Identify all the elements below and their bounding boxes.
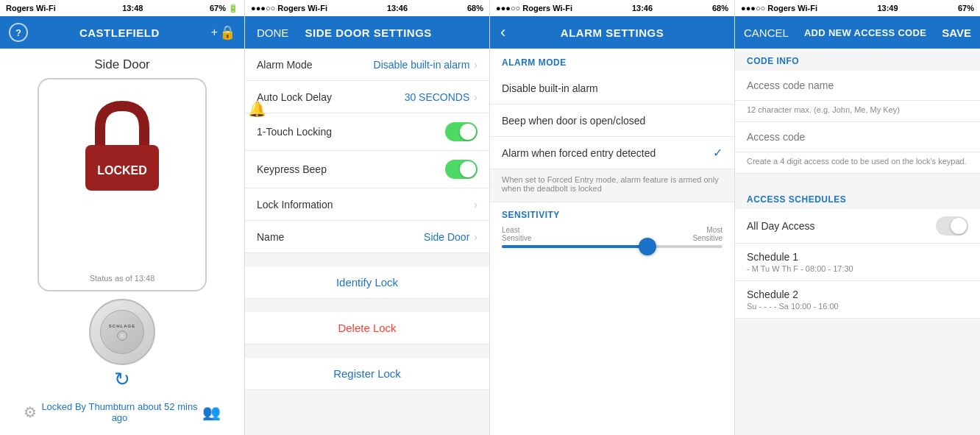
schlage-knob: SCHLAGE bbox=[89, 299, 155, 365]
battery-3: 68% bbox=[712, 4, 728, 13]
alarm-option-1[interactable]: Beep when door is open/closed bbox=[490, 105, 734, 137]
status-bar-4: ●●●○○ Rogers Wi-Fi 13:49 67% bbox=[735, 0, 980, 16]
keypress-beep-setting[interactable]: Keypress Beep bbox=[245, 151, 489, 188]
alarm-option-0[interactable]: Disable built-in alarm bbox=[490, 72, 734, 105]
auto-lock-label: Auto Lock Delay bbox=[257, 91, 405, 103]
status-bar-2: ●●●○○ Rogers Wi-Fi 13:46 68% bbox=[245, 0, 489, 16]
code-info-header: CODE INFO bbox=[735, 49, 980, 71]
name-setting[interactable]: Name Side Door › bbox=[245, 221, 489, 253]
battery-1: 67% 🔋 bbox=[210, 4, 238, 13]
access-code-hint: Create a 4 digit access code to be used … bbox=[735, 152, 980, 174]
bell-icon[interactable]: 🔔 bbox=[248, 100, 266, 118]
lock-graphic: LOCKED bbox=[71, 91, 174, 202]
lock-information-setting[interactable]: Lock Information › bbox=[245, 188, 489, 221]
delete-lock-button[interactable]: Delete Lock bbox=[245, 312, 489, 344]
sensitivity-header: SENSITIVITY bbox=[502, 210, 722, 220]
lock-status-timestamp: Status as of 13:48 bbox=[90, 274, 155, 283]
time-2: 13:46 bbox=[387, 4, 408, 13]
sensitivity-min-label: LeastSensitive bbox=[502, 226, 532, 242]
help-button[interactable]: ? bbox=[9, 23, 28, 42]
access-code-input[interactable] bbox=[735, 122, 980, 152]
refresh-button[interactable]: ↻ bbox=[114, 368, 130, 391]
schedule-2-content: Schedule 2 Su - - - - Sa 10:00 - 16:00 bbox=[747, 289, 968, 311]
schedule-1-item[interactable]: Schedule 1 - M Tu W Th F - 08:00 - 17:30 bbox=[735, 244, 980, 281]
panel3-title: ALARM SETTINGS bbox=[561, 26, 664, 39]
cancel-button[interactable]: CANCEL bbox=[744, 26, 789, 39]
schedule-2-subtitle: Su - - - - Sa 10:00 - 16:00 bbox=[747, 302, 968, 311]
carrier-2: ●●●○○ Rogers Wi-Fi bbox=[251, 4, 327, 13]
settings-list: Alarm Mode Disable built-in alarm › Auto… bbox=[245, 49, 489, 253]
access-schedules-section: ACCESS SCHEDULES All Day Access Schedule… bbox=[735, 187, 980, 319]
all-day-access-item[interactable]: All Day Access bbox=[735, 209, 980, 244]
one-touch-locking-setting[interactable]: 1-Touch Locking bbox=[245, 113, 489, 151]
register-lock-button[interactable]: Register Lock bbox=[245, 358, 489, 390]
save-button[interactable]: SAVE bbox=[942, 26, 971, 39]
time-4: 13:49 bbox=[877, 4, 898, 13]
schlage-brand-label: SCHLAGE bbox=[100, 310, 144, 354]
lock-info-bar: ⚙ Locked By Thumbturn about 52 mins ago … bbox=[12, 401, 232, 423]
battery-2: 68% bbox=[467, 4, 483, 13]
panel-add-access-code: ●●●○○ Rogers Wi-Fi 13:49 67% CANCEL ADD … bbox=[735, 0, 980, 435]
alarm-mode-header: ALARM MODE bbox=[490, 49, 734, 72]
panel4-header: CANCEL ADD NEW ACCESS CODE SAVE bbox=[735, 16, 980, 49]
code-info-section: CODE INFO 12 character max. (e.g. John, … bbox=[735, 49, 980, 174]
alarm-option-2-label: Alarm when forced entry detected bbox=[502, 147, 713, 159]
lock-info-text: Locked By Thumbturn about 52 mins ago bbox=[37, 401, 202, 423]
alarm-mode-label: Alarm Mode bbox=[257, 59, 374, 71]
all-day-access-content: All Day Access bbox=[747, 220, 936, 232]
panel2-header: DONE SIDE DOOR SETTINGS bbox=[245, 16, 489, 49]
schedule-1-title: Schedule 1 bbox=[747, 251, 968, 263]
panel-alarm-settings: ●●●○○ Rogers Wi-Fi 13:46 68% ‹ ALARM SET… bbox=[490, 0, 735, 435]
keypress-beep-label: Keypress Beep bbox=[257, 163, 445, 175]
schedule-1-subtitle: - M Tu W Th F - 08:00 - 17:30 bbox=[747, 264, 968, 273]
keypress-beep-toggle[interactable] bbox=[445, 160, 477, 179]
alarm-option-2[interactable]: Alarm when forced entry detected ✓ bbox=[490, 137, 734, 169]
chevron-right-icon-1: › bbox=[474, 91, 477, 103]
panel1-header: ? CASTLEFIELD + 🔒 bbox=[0, 16, 244, 49]
schedule-1-content: Schedule 1 - M Tu W Th F - 08:00 - 17:30 bbox=[747, 251, 968, 273]
lock-svg-icon: LOCKED bbox=[74, 95, 170, 198]
schedule-2-item[interactable]: Schedule 2 Su - - - - Sa 10:00 - 16:00 bbox=[735, 281, 980, 319]
register-lock-label: Register Lock bbox=[333, 367, 401, 380]
carrier-4: ●●●○○ Rogers Wi-Fi bbox=[741, 4, 817, 13]
alarm-mode-setting[interactable]: Alarm Mode Disable built-in alarm › bbox=[245, 49, 489, 81]
slider-fill bbox=[502, 245, 645, 248]
identify-lock-label: Identify Lock bbox=[336, 276, 398, 289]
battery-4: 67% bbox=[958, 4, 974, 13]
done-button[interactable]: DONE bbox=[257, 26, 288, 39]
auto-lock-value: 30 SECONDS bbox=[405, 91, 470, 103]
add-lock-button[interactable]: + 🔒 bbox=[211, 24, 235, 40]
identify-lock-button[interactable]: Identify Lock bbox=[245, 266, 489, 299]
one-touch-toggle[interactable] bbox=[445, 122, 477, 141]
alarm-option-0-label: Disable built-in alarm bbox=[502, 82, 722, 94]
sensitivity-section: SENSITIVITY LeastSensitive MostSensitive bbox=[490, 202, 734, 255]
chevron-right-icon-0: › bbox=[474, 59, 477, 71]
alarm-note: When set to Forced Entry mode, alarm fea… bbox=[490, 169, 734, 202]
auto-lock-delay-setting[interactable]: Auto Lock Delay 30 SECONDS › bbox=[245, 81, 489, 113]
panel4-title: ADD NEW ACCESS CODE bbox=[804, 27, 926, 38]
name-label: Name bbox=[257, 231, 424, 243]
people-icon[interactable]: 👥 bbox=[202, 403, 221, 421]
sensitivity-max-label: MostSensitive bbox=[692, 226, 722, 242]
slider-thumb[interactable] bbox=[639, 238, 656, 255]
gear-icon[interactable]: ⚙ bbox=[24, 403, 37, 421]
delete-lock-label: Delete Lock bbox=[338, 322, 396, 334]
chevron-right-icon-4: › bbox=[474, 199, 477, 211]
one-touch-label: 1-Touch Locking bbox=[257, 126, 445, 138]
all-day-toggle[interactable] bbox=[936, 216, 968, 236]
lock-information-label: Lock Information bbox=[257, 199, 474, 211]
panel2-header-spacer bbox=[448, 16, 477, 49]
schedule-2-title: Schedule 2 bbox=[747, 289, 968, 300]
alarm-option-1-label: Beep when door is open/closed bbox=[502, 115, 722, 127]
panel4-bottom-fill bbox=[735, 319, 980, 435]
door-title: Side Door bbox=[0, 49, 244, 78]
time-3: 13:46 bbox=[632, 4, 653, 13]
back-button[interactable]: ‹ bbox=[500, 23, 505, 42]
panel-lock-main: Rogers Wi-Fi 13:48 67% 🔋 ? CASTLEFIELD +… bbox=[0, 0, 245, 435]
access-code-name-input[interactable] bbox=[735, 71, 980, 101]
name-value: Side Door bbox=[424, 231, 469, 243]
panel-side-door-settings: ●●●○○ Rogers Wi-Fi 13:46 68% DONE SIDE D… bbox=[245, 0, 490, 435]
panel2-title: SIDE DOOR SETTINGS bbox=[305, 26, 431, 39]
access-schedules-header: ACCESS SCHEDULES bbox=[735, 187, 980, 209]
alarm-mode-value: Disable built-in alarm bbox=[374, 59, 470, 71]
